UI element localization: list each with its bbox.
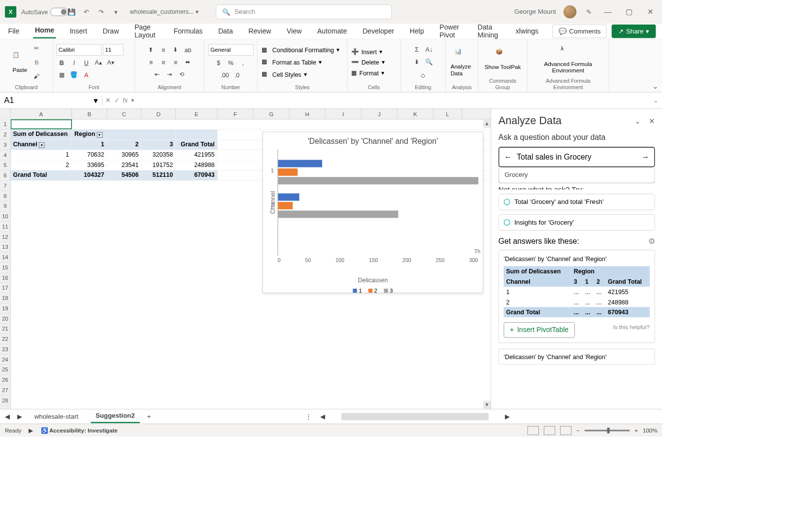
colh-b[interactable]: B (72, 109, 107, 119)
chevron-down-icon[interactable]: ▾ (94, 96, 98, 105)
decrease-decimal-icon[interactable]: .0 (232, 69, 242, 80)
fx-icon[interactable]: fx (123, 97, 128, 104)
suggestion-1[interactable]: Total 'Grocery' and total 'Fresh' (499, 194, 655, 210)
align-top-icon[interactable]: ⬆ (146, 44, 157, 55)
insert-pivottable-button[interactable]: + Insert PivotTable (504, 322, 575, 338)
tab-help[interactable]: Help (408, 25, 426, 38)
tab-view[interactable]: View (285, 25, 303, 38)
paste-button[interactable]: 📋 Paste (11, 49, 29, 74)
orientation-icon[interactable]: ⟲ (176, 69, 187, 80)
percent-icon[interactable]: % (226, 57, 236, 68)
format-as-table-button[interactable]: ▦Format as Table ▾ (261, 57, 323, 67)
worksheet[interactable]: A B C D E F G H I J K L 1234567891011121… (0, 109, 491, 409)
cut-icon[interactable]: ✂ (31, 43, 42, 54)
filter-icon[interactable]: ▾ (39, 142, 45, 148)
tab-xlwings[interactable]: xlwings (514, 25, 540, 38)
delete-cells-button[interactable]: ➖ Delete ▾ (351, 58, 385, 66)
accessibility-status[interactable]: ♿ Accessibility: Investigate (41, 427, 118, 433)
pivot-sum-label[interactable]: Sum of Delicassen (11, 130, 72, 139)
hscroll-right-icon[interactable]: ▶ (505, 412, 510, 420)
sheet-tab-suggestion2[interactable]: Suggestion2 (91, 410, 140, 423)
zoom-out-icon[interactable]: − (576, 427, 580, 433)
increase-decimal-icon[interactable]: .00 (219, 69, 230, 80)
tab-pagelayout[interactable]: Page Layout (133, 21, 160, 42)
next-sheet-icon[interactable]: ▶ (17, 412, 22, 420)
macro-icon[interactable]: ▶ (29, 427, 33, 433)
tab-developer[interactable]: Developer (361, 25, 396, 38)
align-bottom-icon[interactable]: ⬇ (170, 44, 181, 55)
conditional-formatting-button[interactable]: ▦Conditional Formatting ▾ (261, 45, 341, 55)
cell-styles-button[interactable]: ▦Cell Styles ▾ (261, 69, 308, 79)
align-right-icon[interactable]: ≡ (170, 57, 181, 67)
back-icon[interactable]: ← (504, 153, 512, 162)
tab-draw[interactable]: Draw (101, 25, 121, 38)
toggle-icon[interactable] (50, 8, 68, 16)
comments-button[interactable]: 💬 Comments (552, 25, 607, 38)
tab-insert[interactable]: Insert (68, 25, 89, 38)
enter-icon[interactable]: ✓ (114, 97, 120, 104)
normal-view-icon[interactable] (528, 426, 539, 434)
format-painter-icon[interactable]: 🖌 (31, 71, 42, 82)
zoom-slider[interactable] (585, 430, 630, 431)
afe-button[interactable]: λAdvanced Formula Environment (531, 43, 605, 75)
autosave-toggle[interactable]: AutoSave Off (21, 8, 62, 16)
font-size-select[interactable] (103, 44, 124, 56)
close-button[interactable]: ✕ (643, 5, 657, 19)
tab-home[interactable]: Home (33, 24, 56, 38)
tab-file[interactable]: File (6, 25, 21, 38)
page-layout-view-icon[interactable] (544, 426, 555, 434)
sheet-tab-wholesale[interactable]: wholesale-start (30, 410, 83, 423)
align-center-icon[interactable]: ≡ (158, 57, 169, 67)
copy-icon[interactable]: ⎘ (31, 57, 42, 67)
scroll-up-icon[interactable]: ▲ (483, 119, 491, 128)
chevron-down-icon[interactable]: ⌄ (634, 116, 640, 125)
font-shrink-icon[interactable]: A▾ (105, 57, 116, 68)
tab-automate[interactable]: Automate (316, 25, 349, 38)
filename[interactable]: wholesale_customers... ▾ (130, 8, 199, 16)
colh-e[interactable]: E (176, 109, 218, 119)
zoom-in-icon[interactable]: + (634, 427, 638, 433)
embedded-chart[interactable]: 'Delicassen' by 'Channel' and 'Region' C… (263, 132, 483, 293)
gear-icon[interactable]: ⚙ (648, 236, 655, 246)
font-name-select[interactable] (57, 44, 101, 56)
rowh[interactable]: 1 (0, 119, 10, 130)
number-format-select[interactable] (208, 44, 253, 56)
colh-f[interactable]: F (218, 109, 254, 119)
minimize-button[interactable]: — (601, 5, 615, 19)
cell-grid[interactable]: Sum of Delicassen Region▾ Channel▾ 1 2 3… (11, 119, 491, 409)
autosum-icon[interactable]: Σ (411, 44, 422, 55)
sort-filter-icon[interactable]: A↓ (424, 44, 434, 55)
expand-formula-icon[interactable]: ⌄ (649, 97, 662, 104)
hscroll-left-icon[interactable]: ◀ (320, 412, 325, 420)
excel-app-icon[interactable]: X (5, 6, 16, 17)
prev-sheet-icon[interactable]: ◀ (5, 412, 10, 420)
colh-i[interactable]: I (326, 109, 362, 119)
maximize-button[interactable]: ▢ (622, 5, 636, 19)
colh-k[interactable]: K (398, 109, 433, 119)
colh-h[interactable]: H (290, 109, 326, 119)
pen-icon[interactable]: ✎ (584, 7, 594, 17)
tab-options-icon[interactable]: ⋮ (305, 412, 312, 420)
find-icon[interactable]: 🔍 (424, 57, 434, 67)
is-helpful-link[interactable]: Is this helpful? (613, 324, 650, 330)
tab-datamining[interactable]: Data Mining (476, 21, 501, 42)
select-all-corner[interactable] (0, 109, 11, 119)
search-input[interactable]: 🔍 Search (216, 4, 392, 19)
colh-g[interactable]: G (254, 109, 290, 119)
close-pane-icon[interactable]: ✕ (649, 116, 655, 125)
colh-j[interactable]: J (362, 109, 398, 119)
tab-powerpivot[interactable]: Power Pivot (438, 21, 464, 42)
suggestion-2[interactable]: Insights for 'Grocery' (499, 214, 655, 231)
tab-data[interactable]: Data (217, 25, 234, 38)
autocomplete-item[interactable]: Grocery (499, 167, 655, 183)
merge-icon[interactable]: ⬌ (183, 57, 194, 67)
submit-icon[interactable]: → (641, 153, 649, 162)
show-toolpak-button[interactable]: 📦Show ToolPak (483, 46, 522, 71)
fx-dropdown-icon[interactable]: ▾ (131, 97, 134, 104)
wrap-text-icon[interactable]: ab (183, 44, 194, 55)
undo-icon[interactable]: ↶ (82, 7, 92, 17)
fill-icon[interactable]: ⬇ (411, 57, 422, 67)
zoom-level[interactable]: 100% (643, 427, 658, 433)
hscrollbar[interactable] (341, 413, 489, 420)
indent-decrease-icon[interactable]: ⇤ (152, 69, 163, 80)
